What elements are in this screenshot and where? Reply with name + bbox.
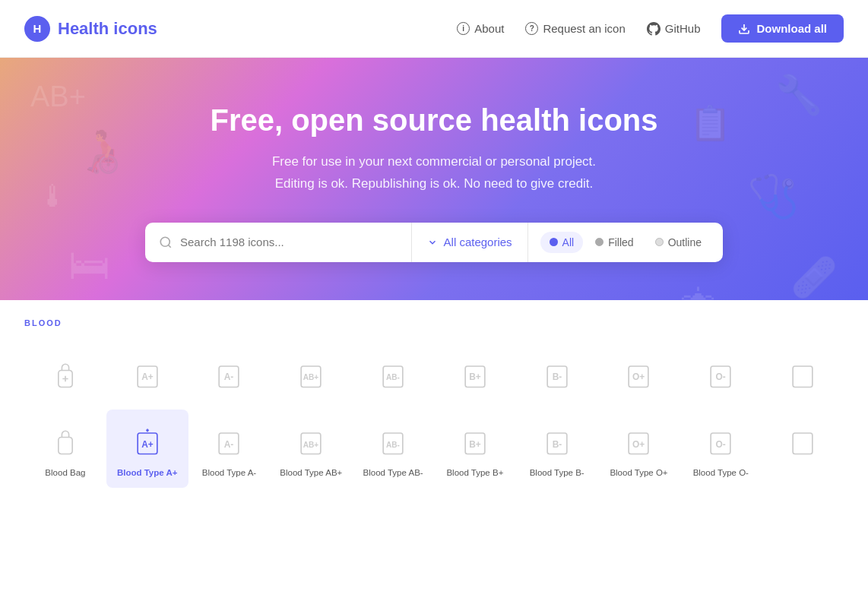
blood-bag-filled-label: Blood Bag [45, 467, 85, 479]
svg-text:AB-: AB- [386, 441, 400, 449]
header: H Health icons i About ? Request an icon… [0, 0, 868, 58]
filter-outline-label: Outline [668, 236, 702, 248]
filter-all-dot [550, 238, 558, 246]
bt-aplus-outline-icon: A+ [131, 358, 164, 391]
blood-section-label: BLOOD [24, 318, 844, 327]
icon-card-bt-ominus-outline[interactable]: O- [680, 343, 762, 410]
svg-text:B-: B- [552, 439, 562, 450]
bt-abminus-outline-icon: AB- [376, 358, 410, 391]
icon-grid-row2: Blood Bag A+ Blood Type A+ A- Blood Typ [24, 410, 844, 488]
icon-card-bt-aminus-filled[interactable]: A- Blood Type A- [188, 410, 271, 488]
logo-text: Health icons [58, 19, 157, 39]
hero-subtitle-2: Editing is ok. Republishing is ok. No ne… [275, 173, 594, 195]
icon-card-bt-aplus-outline[interactable]: A+ [106, 343, 188, 410]
bg-icon-2: 🧑‍🦽 [76, 126, 128, 176]
bt-bplus-outline-icon: B+ [458, 358, 492, 391]
bt-aminus-filled-img: A- [209, 422, 249, 461]
nav-request[interactable]: ? Request an icon [525, 22, 625, 35]
filter-filled-label: Filled [608, 236, 633, 248]
bt-abminus-outline-img: AB- [373, 355, 413, 394]
bt-aminus-filled-icon: A- [212, 425, 246, 458]
bt-abminus-filled-img: AB- [373, 422, 413, 461]
svg-text:O+: O+ [632, 439, 645, 450]
category-label: All categories [444, 236, 512, 248]
icon-card-bt-abplus-outline[interactable]: AB+ [270, 343, 352, 410]
icon-card-bt-ominus-filled[interactable]: O- Blood Type O- [680, 410, 762, 488]
github-icon [647, 22, 661, 36]
filter-filled-dot [595, 238, 603, 246]
svg-point-1 [160, 237, 169, 246]
icon-card-bt-abminus-filled[interactable]: AB- Blood Type AB- [352, 410, 434, 488]
bg-icon-7: 🩹 [790, 255, 838, 299]
bt-aplus-filled-img: A+ [128, 422, 167, 461]
bt-bminus-filled-img: B- [537, 422, 577, 461]
extra2-filled-img [783, 422, 822, 461]
logo[interactable]: H Health icons [24, 16, 157, 42]
bt-ominus-filled-icon: O- [704, 425, 737, 458]
filter-filled[interactable]: Filled [586, 232, 642, 253]
bt-aplus-filled-label: Blood Type A+ [117, 467, 178, 479]
bt-aminus-outline-icon: A- [212, 358, 246, 391]
icon-card-extra2-filled[interactable] [762, 410, 844, 488]
bt-ominus-outline-img: O- [701, 355, 740, 394]
icon-card-bt-oplus-outline[interactable]: O+ [598, 343, 680, 410]
search-bar: All categories All Filled Outline [145, 223, 723, 262]
icon-card-blood-bag-filled[interactable]: Blood Bag [24, 410, 106, 488]
filter-group: All Filled Outline [528, 223, 723, 262]
bt-oplus-outline-icon: O+ [622, 358, 655, 391]
bt-abplus-outline-img: AB+ [291, 355, 331, 394]
nav-about[interactable]: i About [457, 22, 504, 35]
icon-card-bt-aminus-outline[interactable]: A- [188, 343, 271, 410]
bt-ominus-outline-icon: O- [704, 358, 737, 391]
filter-all-label: All [562, 236, 575, 248]
category-dropdown[interactable]: All categories [412, 223, 528, 262]
download-all-button[interactable]: Download all [721, 14, 844, 43]
svg-rect-19 [793, 366, 813, 387]
svg-text:B+: B+ [469, 439, 481, 450]
filter-outline[interactable]: Outline [646, 232, 711, 253]
icon-card-bt-abplus-filled[interactable]: AB+ Blood Type AB+ [270, 410, 352, 488]
filter-all[interactable]: All [540, 232, 584, 253]
icon-card-bt-bplus-outline[interactable]: B+ [434, 343, 516, 410]
icon-card-bt-abminus-outline[interactable]: AB- [352, 343, 434, 410]
svg-text:O-: O- [716, 439, 726, 450]
svg-text:AB+: AB+ [303, 373, 319, 381]
bg-icon-3: 🌡 [38, 179, 68, 214]
nav-about-label: About [474, 22, 504, 35]
search-input[interactable] [180, 236, 398, 248]
icon-card-bt-oplus-filled[interactable]: O+ Blood Type O+ [598, 410, 680, 488]
bt-abminus-filled-label: Blood Type AB- [363, 467, 423, 479]
hero-title: Free, open source health icons [210, 103, 657, 138]
filter-outline-dot [655, 238, 664, 246]
icon-card-bt-bminus-outline[interactable]: B- [516, 343, 598, 410]
search-icon [159, 236, 173, 249]
download-all-label: Download all [756, 22, 827, 35]
bg-icon-4: 🛏 [68, 240, 110, 289]
bt-bminus-outline-icon: B- [540, 358, 574, 391]
svg-text:O+: O+ [632, 372, 645, 382]
svg-text:A+: A+ [141, 372, 154, 382]
bt-oplus-filled-img: O+ [619, 422, 658, 461]
extra-outline-icon [786, 358, 819, 391]
bt-oplus-outline-img: O+ [619, 355, 658, 394]
bg-icon-8: 📋 [689, 103, 731, 143]
nav-github[interactable]: GitHub [647, 22, 701, 36]
svg-text:B-: B- [552, 372, 562, 382]
extra2-filled-icon [786, 425, 819, 458]
bt-bplus-filled-img: B+ [455, 422, 495, 461]
icon-card-extra-outline[interactable] [762, 343, 844, 410]
nav-github-label: GitHub [665, 22, 701, 35]
icon-card-bt-bminus-filled[interactable]: B- Blood Type B- [516, 410, 598, 488]
extra-outline-img [783, 355, 822, 394]
icon-card-blood-bag-outline[interactable] [24, 343, 106, 410]
icon-card-bt-bplus-filled[interactable]: B+ Blood Type B+ [434, 410, 516, 488]
bt-bminus-filled-label: Blood Type B- [530, 467, 584, 479]
bt-bminus-filled-icon: B- [540, 425, 574, 458]
icon-grid-row1: A+ A- AB+ [24, 343, 844, 410]
bt-bminus-outline-img: B- [537, 355, 577, 394]
bt-aminus-filled-label: Blood Type A- [202, 467, 256, 479]
search-input-wrap [145, 223, 412, 262]
bt-ominus-filled-img: O- [701, 422, 740, 461]
hero-section: AB+ 🧑‍🦽 🌡 🛏 🔧 🩺 🩹 📋 🕷 Free, open source … [0, 58, 868, 300]
icon-card-bt-aplus-filled[interactable]: A+ Blood Type A+ [106, 410, 188, 488]
